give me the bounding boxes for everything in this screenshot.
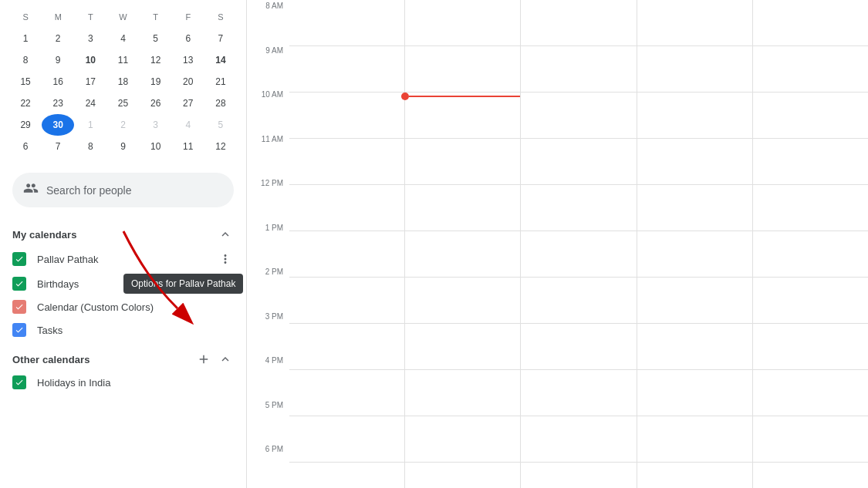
day-col-4[interactable] bbox=[637, 0, 753, 488]
holidays-india-checkbox bbox=[12, 375, 26, 389]
calendar-day[interactable]: 7 bbox=[42, 136, 74, 157]
calendar-day[interactable]: 20 bbox=[172, 71, 204, 93]
calendar-day[interactable]: 4 bbox=[172, 114, 204, 136]
time-label-2pm: 2 PM bbox=[247, 266, 289, 311]
my-calendars-actions bbox=[217, 226, 234, 243]
main-calendar: 8 AM 9 AM 10 AM 11 AM 12 PM 1 PM 2 PM 3 … bbox=[247, 0, 868, 488]
time-label-5pm: 5 PM bbox=[247, 399, 289, 444]
other-calendars-collapse-button[interactable] bbox=[217, 351, 234, 368]
day-header-fri: F bbox=[172, 6, 204, 28]
other-calendars-actions bbox=[195, 351, 234, 368]
custom-colors-label: Calendar (Custom Colors) bbox=[37, 301, 234, 313]
calendar-day[interactable]: 26 bbox=[140, 93, 172, 114]
current-time-line bbox=[409, 96, 520, 97]
calendar-day[interactable]: 18 bbox=[106, 71, 139, 93]
time-labels: 8 AM 9 AM 10 AM 11 AM 12 PM 1 PM 2 PM 3 … bbox=[247, 0, 289, 488]
time-label-4pm: 4 PM bbox=[247, 355, 289, 399]
calendar-grid: S M T W T F S 12345678910111213141516171… bbox=[9, 6, 237, 157]
calendar-item-pallav-pathak[interactable]: Pallav Pathak bbox=[0, 246, 246, 272]
calendar-day[interactable]: 23 bbox=[42, 93, 74, 114]
calendar-day[interactable]: 9 bbox=[42, 49, 74, 71]
calendar-day[interactable]: 16 bbox=[42, 71, 74, 93]
calendar-day[interactable]: 4 bbox=[106, 28, 139, 49]
calendar-day[interactable]: 2 bbox=[42, 28, 74, 49]
time-label-8am: 8 AM bbox=[247, 0, 289, 45]
calendar-day[interactable]: 28 bbox=[204, 93, 237, 114]
calendar-day[interactable]: 3 bbox=[140, 114, 172, 136]
time-label-9am: 9 AM bbox=[247, 45, 289, 89]
day-header-wed: W bbox=[106, 6, 139, 28]
calendar-day[interactable]: 11 bbox=[172, 136, 204, 157]
calendar-day[interactable]: 11 bbox=[106, 49, 139, 71]
calendar-day[interactable]: 1 bbox=[74, 114, 106, 136]
calendar-day[interactable]: 3 bbox=[74, 28, 106, 49]
calendar-day[interactable]: 9 bbox=[106, 136, 139, 157]
days-columns bbox=[289, 0, 868, 488]
pallav-pathak-checkbox bbox=[12, 252, 26, 266]
day-col-2[interactable] bbox=[405, 0, 521, 488]
people-icon bbox=[23, 180, 39, 200]
calendar-day[interactable]: 5 bbox=[204, 114, 237, 136]
day-header-mon: M bbox=[42, 6, 74, 28]
day-header-sun: S bbox=[9, 6, 42, 28]
calendar-day[interactable]: 10 bbox=[74, 49, 106, 71]
pallav-pathak-label: Pallav Pathak bbox=[37, 254, 217, 265]
my-calendars-collapse-button[interactable] bbox=[217, 226, 234, 243]
calendar-day[interactable]: 19 bbox=[140, 71, 172, 93]
calendar-day[interactable]: 12 bbox=[140, 49, 172, 71]
birthdays-label: Birthdays bbox=[37, 278, 234, 290]
day-col-3[interactable] bbox=[521, 0, 637, 488]
calendar-item-holidays-india[interactable]: Holidays in India bbox=[0, 371, 246, 394]
day-header-tue: T bbox=[74, 6, 106, 28]
calendar-day[interactable]: 6 bbox=[9, 136, 42, 157]
calendar-day[interactable]: 24 bbox=[74, 93, 106, 114]
calendar-day[interactable]: 15 bbox=[9, 71, 42, 93]
calendar-day[interactable]: 27 bbox=[172, 93, 204, 114]
calendar-day[interactable]: 10 bbox=[140, 136, 172, 157]
other-calendars-add-button[interactable] bbox=[195, 351, 212, 368]
my-calendars-title: My calendars bbox=[12, 229, 77, 241]
calendar-item-custom-colors[interactable]: Calendar (Custom Colors) bbox=[0, 295, 246, 318]
day-header-sat: S bbox=[204, 6, 237, 28]
search-people-input[interactable]: Search for people bbox=[12, 173, 234, 207]
tasks-checkbox bbox=[12, 323, 26, 337]
sidebar: S M T W T F S 12345678910111213141516171… bbox=[0, 0, 247, 488]
day-col-1[interactable] bbox=[289, 0, 405, 488]
calendar-day[interactable]: 2 bbox=[106, 114, 139, 136]
time-label-10am: 10 AM bbox=[247, 89, 289, 133]
custom-colors-checkbox bbox=[12, 300, 26, 314]
calendar-day[interactable]: 30 bbox=[42, 114, 74, 136]
current-time-indicator bbox=[405, 93, 520, 100]
other-calendars-header: Other calendars bbox=[0, 342, 246, 371]
calendar-day[interactable]: 21 bbox=[204, 71, 237, 93]
current-time-dot bbox=[401, 93, 409, 100]
search-people-label: Search for people bbox=[46, 184, 132, 197]
calendar-day[interactable]: 22 bbox=[9, 93, 42, 114]
calendar-day[interactable]: 29 bbox=[9, 114, 42, 136]
day-col-5[interactable] bbox=[753, 0, 868, 488]
calendar-day[interactable]: 7 bbox=[204, 28, 237, 49]
day-header-thu: T bbox=[140, 6, 172, 28]
calendar-day[interactable]: 13 bbox=[172, 49, 204, 71]
calendar-item-tasks[interactable]: Tasks bbox=[0, 318, 246, 342]
calendar-day[interactable]: 25 bbox=[106, 93, 139, 114]
day-grid bbox=[289, 0, 868, 488]
hour-lines-container bbox=[289, 0, 868, 488]
calendar-day[interactable]: 8 bbox=[74, 136, 106, 157]
calendar-day[interactable]: 6 bbox=[172, 28, 204, 49]
calendar-day[interactable]: 1 bbox=[9, 28, 42, 49]
calendar-item-birthdays[interactable]: Birthdays bbox=[0, 272, 246, 295]
calendar-day[interactable]: 14 bbox=[204, 49, 237, 71]
calendar-day[interactable]: 12 bbox=[204, 136, 237, 157]
other-calendars-title: Other calendars bbox=[12, 354, 90, 365]
calendar-day[interactable]: 5 bbox=[140, 28, 172, 49]
calendar-day[interactable]: 8 bbox=[9, 49, 42, 71]
tasks-label: Tasks bbox=[37, 325, 234, 336]
time-label-12pm: 12 PM bbox=[247, 177, 289, 222]
pallav-pathak-more-button[interactable] bbox=[217, 251, 234, 268]
time-label-1pm: 1 PM bbox=[247, 222, 289, 267]
time-label-3pm: 3 PM bbox=[247, 311, 289, 355]
time-label-6pm: 6 PM bbox=[247, 443, 289, 488]
calendar-day[interactable]: 17 bbox=[74, 71, 106, 93]
scroll-area[interactable]: 8 AM 9 AM 10 AM 11 AM 12 PM 1 PM 2 PM 3 … bbox=[247, 0, 868, 488]
